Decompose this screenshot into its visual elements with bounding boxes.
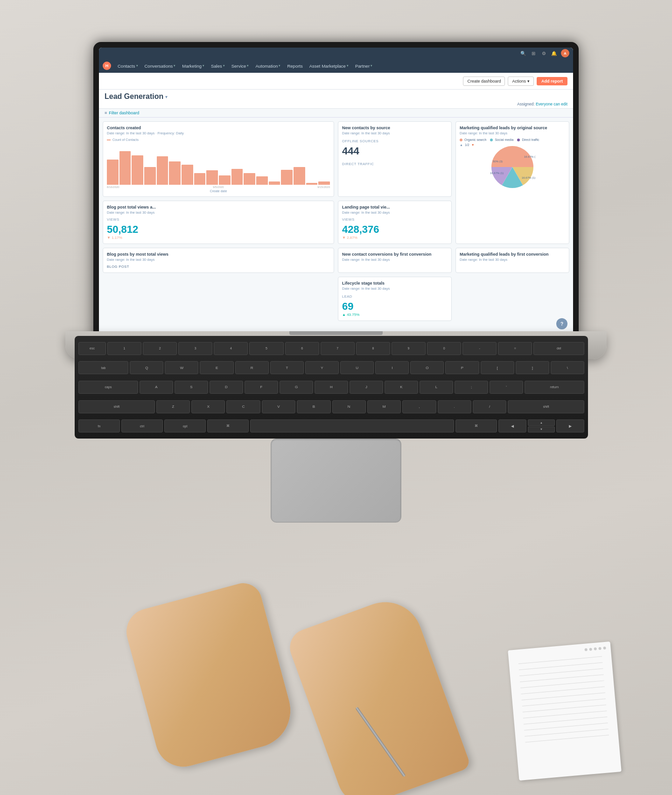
legend-social-dot [490,139,493,141]
offline-sources-label: OFFLINE SOURCES [342,139,448,143]
add-report-button[interactable]: Add report [537,77,567,85]
help-button[interactable]: ? [556,318,567,329]
keyboard-row-5: fn ctrl opt ⌘ ⌘ ◀ ▲ ▼ ▶ [78,417,584,435]
key-bracket-open: [ [481,361,514,374]
key-cmd-r: ⌘ [455,419,497,432]
bell-icon[interactable]: 🔔 [551,50,557,56]
create-dashboard-button[interactable]: Create dashboard [463,77,505,86]
key-ctrl: ctrl [121,419,163,432]
nav-automation[interactable]: Automation ▾ [252,59,283,73]
key-arrow-down: ▼ [528,426,555,433]
landing-page-widget: Landing page total vie... Date range: In… [338,201,452,244]
notebook-hole-1 [584,648,588,651]
legend-direct: Direct traffic [517,138,539,141]
trackpad[interactable] [271,439,401,523]
landing-views-label: VIEWS [342,217,448,222]
key-7: 7 [321,342,355,355]
search-icon[interactable]: 🔍 [520,50,526,56]
nav-partner[interactable]: Partner ▾ [352,59,375,73]
actions-button[interactable]: Actions ▾ [508,77,534,86]
landing-title: Landing page total vie... [342,205,448,209]
key-semicolon: ; [455,381,488,394]
notebook-line [520,680,604,688]
key-1: 1 [107,342,141,355]
filter-icon: ≡ [105,111,107,115]
new-contacts-subtitle: Date range: In the last 30 days [342,131,448,135]
key-y: Y [305,361,339,374]
notebook-hole-4 [598,647,602,650]
notebook-line [520,674,603,682]
legend-direct-dot [517,139,520,141]
gear-icon[interactable]: ⚙ [540,50,547,56]
user-avatar[interactable]: A [561,49,569,57]
notebook-line [523,704,606,712]
notebook-line [522,692,605,700]
notebook-hole-2 [589,648,592,651]
nav-sales[interactable]: Sales ▾ [208,59,228,73]
dashboard-dropdown-icon[interactable]: ▾ [165,94,168,99]
widget-grid: Contacts created Date range: In the last… [103,121,569,321]
nav-sales-chevron: ▾ [223,64,225,68]
key-d: D [210,381,243,394]
lifecycle-stage-widget: Lifecycle stage totals Date range: In th… [338,277,452,321]
keyboard-row-4: shift Z X C V B N M , . / shift [78,398,584,416]
mql-subtitle: Date range: In the last 30 days [460,131,565,135]
key-z: Z [156,400,190,413]
key-3: 3 [178,342,212,355]
key-8: 8 [356,342,390,355]
dashboard-content[interactable]: Contacts created Date range: In the last… [99,118,573,335]
landing-subtitle: Date range: In the last 30 days [342,210,448,215]
key-m: M [367,400,401,413]
key-bracket-close: ] [516,361,549,374]
key-2: 2 [143,342,177,355]
hubspot-logo[interactable]: H [103,62,111,70]
contacts-created-widget: Contacts created Date range: In the last… [103,121,334,197]
nav-asset-marketplace[interactable]: Asset Marketplace ▾ [307,59,351,73]
new-contacts-source-widget: New contacts by source Date range: In th… [338,121,452,197]
bar [231,169,243,185]
key-arrow-left: ◀ [498,419,526,432]
key-v: V [262,400,295,413]
utility-bar: 🔍 ⊞ ⚙ 🔔 A [99,48,573,59]
filter-dashboard-button[interactable]: Filter dashboard [109,111,139,115]
nav-conversations-chevron: ▾ [174,64,175,68]
key-w: W [165,361,198,374]
nav-marketing[interactable]: Marketing ▾ [179,59,207,73]
mql-title: Marketing qualified leads by original so… [460,126,565,130]
contact-conversions-subtitle: Date range: In the last 30 days [342,258,448,262]
nav-conversations[interactable]: Conversations ▾ [142,59,179,73]
key-esc: esc [78,342,106,355]
landing-stat: VIEWS 428,376 ▼ 2.87% [342,217,448,240]
notebook-line [524,717,607,725]
bar [244,173,255,185]
nav-reports[interactable]: Reports [284,59,305,73]
contact-conversions-widget: New contact conversions by first convers… [338,248,452,273]
contacts-created-subtitle: Date range: In the last 30 days · Freque… [107,131,330,135]
nav-partner-chevron: ▾ [371,64,372,68]
notebook-line [519,668,603,676]
notebook-line [525,735,609,743]
key-comma: , [402,400,436,413]
key-4: 4 [214,342,248,355]
notebook-line [521,686,604,694]
pie-segment-fill [491,146,512,167]
keyboard: esc 1 2 3 4 5 6 7 8 9 0 - = del tab Q W … [75,336,588,439]
offline-sources-value: 444 [342,145,448,157]
key-a: A [140,381,173,394]
nav-contacts[interactable]: Contacts ▾ [115,59,141,73]
grid-icon[interactable]: ⊞ [530,50,537,56]
pie-chart-svg: 16.67% (1) 16.67% (1) 16.67% (1) 50% (3) [489,144,536,190]
key-arrow-updown: ▲ ▼ [528,419,555,432]
key-6: 6 [285,342,319,355]
nav-service[interactable]: Service ▾ [229,59,252,73]
bar [144,167,156,185]
key-backslash: \ [551,361,584,374]
nav-automation-chevron: ▾ [279,64,280,68]
assigned-value[interactable]: Everyone can edit [536,102,567,106]
key-t: T [270,361,304,374]
key-shift-r: shift [508,400,584,413]
legend-social: Social media [490,138,513,141]
pie-label-2: 16.67% (1) [522,176,535,179]
keyboard-row-2: tab Q W E R T Y U I O P [ ] \ [78,359,584,377]
blog-views-label: VIEWS [107,217,330,222]
